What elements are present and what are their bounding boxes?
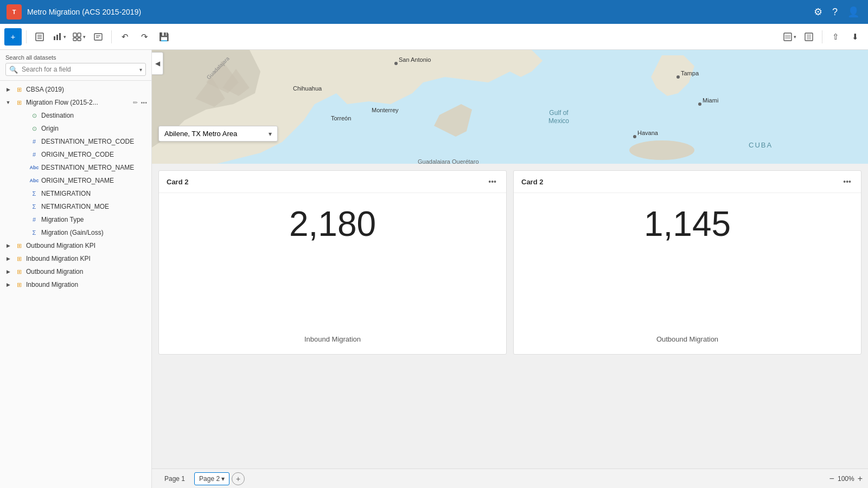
sidebar-item-migration-type[interactable]: # Migration Type [0,213,151,226]
card-value-inbound: 2,180 [289,204,376,244]
svg-text:Miami: Miami [703,97,718,104]
fit-height-button[interactable] [800,28,818,46]
location-dropdown[interactable]: Abilene, TX Metro Area ▾ [158,126,278,142]
sidebar-item-label: Migration Flow (2015-2... [26,99,130,106]
app-icon: T [7,4,22,20]
search-input[interactable] [20,63,139,75]
expand-icon[interactable]: ▶ [4,282,12,287]
sidebar-item-migration-gainloss[interactable]: Σ Migration (Gain/Loss) [0,226,151,239]
card-label-outbound: Outbound Migration [656,331,718,343]
download-button[interactable]: ⬇ [846,28,864,46]
content-area: ◀ San Antonio [152,50,868,488]
sidebar-item-label: DESTINATION_METRO_NAME [41,164,147,171]
card-inbound: Card 2 ••• 2,180 Inbound Migration [158,170,507,355]
svg-text:San Antonio: San Antonio [399,56,431,63]
search-icon: 🔍 [9,66,18,74]
location-dropdown-arrow-icon: ▾ [269,130,272,138]
sidebar-item-dest-metro-name[interactable]: Abc DESTINATION_METRO_NAME [0,161,151,174]
collapse-sidebar-button[interactable]: ◀ [152,52,163,75]
zoom-out-button[interactable]: − [829,474,834,484]
zoom-controls: − 100% + [829,474,863,484]
measure-icon: Σ [30,228,39,237]
sidebar-item-netmigration[interactable]: Σ NETMIGRATION [0,187,151,200]
map-area: ◀ San Antonio [152,50,868,164]
svg-rect-19 [807,34,811,40]
search-chevron-icon[interactable]: ▾ [139,67,142,73]
card-body-inbound: 2,180 Inbound Migration [159,193,506,354]
zoom-in-button[interactable]: + [858,474,863,484]
settings-icon[interactable]: ⚙ [812,4,825,20]
svg-rect-9 [73,33,76,37]
geo-icon: ⊙ [30,124,39,133]
card-menu-button-outbound[interactable]: ••• [841,176,853,187]
sidebar-item-migration-flow[interactable]: ▼ ⊞ Migration Flow (2015-2... ✏ ••• [0,96,151,109]
worksheet-button[interactable] [31,28,48,46]
search-section: Search all datasets 🔍 ▾ [0,50,151,81]
expand-icon[interactable]: ▶ [4,256,12,261]
table-icon: ⊞ [15,241,23,250]
zoom-level: 100% [838,475,854,483]
fit-width-button[interactable]: ▾ [781,28,798,46]
app-title: Metro Migration (ACS 2015-2019) [27,8,141,16]
sidebar-item-label: NETMIGRATION [41,190,147,197]
dimension-icon: # [30,215,39,224]
bottom-bar: Page 1 Page 2 ▾ + − 100% + [152,468,868,488]
sidebar-item-origin-metro-name[interactable]: Abc ORIGIN_METRO_NAME [0,174,151,187]
sidebar-item-dest-metro-code[interactable]: # DESTINATION_METRO_CODE [0,135,151,148]
sidebar-item-label: CBSA (2019) [26,86,147,93]
save-button[interactable]: 💾 [155,28,173,46]
new-button[interactable]: + [4,28,22,46]
sidebar-item-inbound-migration[interactable]: ▶ ⊞ Inbound Migration [0,278,151,291]
chart-button[interactable]: ▾ [50,28,68,46]
card-body-outbound: 1,145 Outbound Migration [514,193,861,354]
dashboard-button[interactable]: ▾ [70,28,87,46]
share-button[interactable]: ⇧ [827,28,844,46]
expand-icon[interactable]: ▶ [4,87,12,92]
edit-icon[interactable]: ✏ [133,99,138,106]
sidebar-item-label: Migration Type [41,216,147,223]
card-value-outbound: 1,145 [644,204,731,244]
card-menu-button-inbound[interactable]: ••• [486,176,499,187]
search-label: Search all datasets [5,54,146,61]
svg-text:Torreón: Torreón [331,115,351,121]
page-tab-arrow-icon: ▾ [221,475,225,483]
sidebar-item-label: ORIGIN_METRO_CODE [41,151,147,158]
sidebar-item-label: DESTINATION_METRO_CODE [41,138,147,145]
expand-icon[interactable]: ▶ [4,269,12,274]
page1-tab[interactable]: Page 1 [157,472,192,485]
svg-point-26 [698,102,701,106]
svg-rect-10 [78,33,81,37]
svg-rect-17 [785,35,790,39]
more-icon[interactable]: ••• [141,99,147,106]
add-page-button[interactable]: + [232,472,245,485]
sidebar-item-label: Inbound Migration [26,281,147,288]
sidebar-item-origin[interactable]: ⊙ Origin [0,122,151,135]
card-outbound: Card 2 ••• 1,145 Outbound Migration [513,170,861,355]
svg-rect-6 [54,36,55,40]
svg-text:CUBA: CUBA [749,141,773,149]
expand-icon[interactable]: ▶ [4,243,12,248]
sidebar-item-destination[interactable]: ⊙ Destination [0,109,151,122]
svg-rect-8 [59,33,61,40]
sidebar-item-origin-metro-code[interactable]: # ORIGIN_METRO_CODE [0,148,151,161]
sidebar-item-outbound-kpi[interactable]: ▶ ⊞ Outbound Migration KPI [0,239,151,252]
svg-text:Tampa: Tampa [681,70,699,76]
sidebar-item-outbound-migration[interactable]: ▶ ⊞ Outbound Migration [0,265,151,278]
svg-text:Chihuahua: Chihuahua [293,85,322,92]
sidebar-item-label: Outbound Migration KPI [26,242,147,249]
undo-button[interactable]: ↶ [116,28,133,46]
sidebar-tree: ▶ ⊞ CBSA (2019) ▼ ⊞ Migration Flow (2015… [0,81,151,488]
sidebar-item-netmigration-moe[interactable]: Σ NETMIGRATION_MOE [0,200,151,213]
sidebar-item-label: Migration (Gain/Loss) [41,229,147,236]
user-icon[interactable]: 👤 [845,4,861,20]
story-button[interactable] [90,28,107,46]
redo-button[interactable]: ↷ [136,28,153,46]
sidebar-item-label: NETMIGRATION_MOE [41,203,147,210]
number-icon: # [30,137,39,146]
page2-tab[interactable]: Page 2 ▾ [194,472,229,485]
expand-icon[interactable]: ▼ [4,100,12,105]
sidebar-item-inbound-kpi[interactable]: ▶ ⊞ Inbound Migration KPI [0,252,151,265]
help-icon[interactable]: ? [830,4,840,20]
table-icon: ⊞ [15,267,23,276]
sidebar-item-cbsa[interactable]: ▶ ⊞ CBSA (2019) [0,83,151,96]
